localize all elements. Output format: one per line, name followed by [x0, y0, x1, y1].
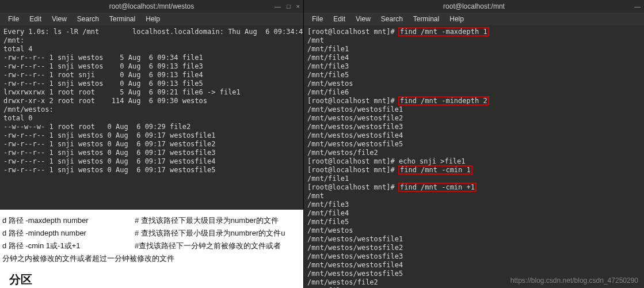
menu-view[interactable]: View: [351, 14, 375, 24]
shell-command: find /mnt -mindepth 2: [399, 97, 489, 105]
window-title: root@localhost:/mnt/westos: [109, 2, 195, 10]
note-row: d 路径 -maxdepth number# 查找该路径下最大级目录为numbe…: [2, 214, 301, 227]
terminal-line: total 0: [3, 114, 300, 123]
terminal-line: /mnt/file3: [307, 200, 641, 209]
menu-edit[interactable]: Edit: [329, 14, 350, 24]
terminal-line: -rw-r--r-- 1 root snji 0 Aug 6 09:13 fil…: [3, 71, 300, 79]
terminal-line: /mnt/file5: [307, 218, 641, 226]
section-heading: 分区: [9, 273, 301, 286]
menu-file[interactable]: File: [3, 14, 24, 24]
terminal-line: /mnt/westos/westosfile4: [307, 131, 641, 140]
terminal-line: /mnt/westos:: [3, 105, 300, 114]
terminal-line: -rw-r--r-- 1 snji westos 0 Aug 6 09:17 w…: [3, 157, 300, 166]
terminal-line: /mnt: [307, 36, 641, 45]
terminal-line: -rw-r--r-- 1 snji westos 0 Aug 6 09:13 f…: [3, 79, 300, 88]
shell-command: find /mnt -cmin 1: [399, 166, 472, 174]
note-syntax: d 路径 -mindepth number: [2, 227, 135, 240]
terminal-line: /mnt/westos/westosfile2: [307, 244, 641, 252]
menubar-left: FileEditViewSearchTerminalHelp: [0, 13, 303, 25]
terminal-line: /mnt/westos: [307, 79, 641, 88]
note-desc: # 查找该路径下最大级目录为number的文件: [135, 214, 279, 227]
terminal-line: /mnt/westos/westosfile1: [307, 235, 641, 244]
menu-help[interactable]: Help: [141, 14, 165, 24]
shell-command: find /mnt -cmin +1: [399, 183, 476, 191]
terminal-prompt-line: [root@localhost mnt]# find /mnt -mindept…: [307, 97, 641, 105]
note-row: d 路径 -cmin 1或-1或+1#查找该路径下一分钟之前被修改的文件或者: [2, 240, 301, 252]
terminal-line: -rw-r--r-- 1 snji westos 0 Aug 6 09:13 f…: [3, 62, 300, 71]
terminal-line: /mnt/file3: [307, 62, 641, 71]
terminal-output-left[interactable]: Every 1.0s: ls -lR /mnt localhost.locald…: [0, 25, 303, 210]
terminal-line: /mnt/westos: [307, 226, 641, 235]
menu-terminal[interactable]: Terminal: [105, 14, 140, 24]
minimize-icon[interactable]: —: [634, 3, 641, 10]
titlebar-left[interactable]: root@localhost:/mnt/westos —□×: [0, 0, 303, 13]
terminal-line: /mnt/file1: [307, 175, 641, 183]
menu-file[interactable]: File: [307, 14, 327, 24]
terminal-line: /mnt/westos/westosfile1: [307, 105, 641, 114]
menu-search[interactable]: Search: [376, 14, 407, 24]
window-title: root@localhost:/mnt: [443, 2, 505, 10]
shell-prompt: [root@localhost mnt]#: [307, 157, 399, 165]
terminal-line: /mnt/file6: [307, 88, 641, 97]
note-syntax: d 路径 -cmin 1或-1或+1: [2, 240, 135, 252]
menu-view[interactable]: View: [47, 14, 71, 24]
shell-prompt: [root@localhost mnt]#: [307, 28, 399, 36]
menu-help[interactable]: Help: [445, 14, 468, 24]
terminal-line: drwxr-xr-x 2 root root 114 Aug 6 09:30 w…: [3, 97, 300, 105]
terminal-output-right[interactable]: [root@localhost mnt]# find /mnt -maxdept…: [304, 25, 644, 288]
shell-prompt: [root@localhost mnt]#: [307, 183, 399, 191]
terminal-line: -rw-r--r-- 1 snji westos 0 Aug 6 09:17 w…: [3, 149, 300, 157]
minimize-icon[interactable]: —: [275, 3, 281, 10]
terminal-prompt-line: [root@localhost mnt]# find /mnt -maxdept…: [307, 28, 641, 36]
shell-command: find /mnt -maxdepth 1: [399, 28, 489, 36]
note-desc: # 查找该路径下最小级目录为numbrer的文件u: [135, 227, 285, 240]
terminal-line: /mnt/westos/file2: [307, 149, 641, 157]
menu-search[interactable]: Search: [73, 14, 104, 24]
terminal-line: /mnt/file1: [307, 45, 641, 54]
note-desc: #查找该路径下一分钟之前被修改的文件或者: [135, 240, 281, 252]
terminal-line: -rw-r--r-- 1 snji westos 0 Aug 6 09:17 w…: [3, 166, 300, 175]
terminal-line: /mnt/westos/westosfile3: [307, 123, 641, 131]
menubar-right: FileEditViewSearchTerminalHelp: [304, 13, 644, 25]
terminal-line: /mnt/westos/westosfile3: [307, 252, 641, 261]
menu-terminal[interactable]: Terminal: [409, 14, 444, 24]
watermark: https://blog.csdn.net/blog.csdn_47250290: [510, 276, 638, 285]
terminal-line: /mnt/file4: [307, 209, 641, 218]
note-syntax: d 路径 -maxdepth number: [2, 214, 135, 227]
terminal-line: /mnt: [307, 192, 641, 200]
terminal-line: /mnt/westos/westosfile5: [307, 140, 641, 149]
menu-edit[interactable]: Edit: [25, 14, 46, 24]
terminal-line: /mnt/file4: [307, 54, 641, 62]
terminal-line: lrwxrwxrwx 1 root root 5 Aug 6 09:21 fil…: [3, 88, 300, 97]
maximize-icon[interactable]: □: [287, 3, 291, 10]
terminal-prompt-line: [root@localhost mnt]# echo snji >file1: [307, 157, 641, 166]
notes-area: d 路径 -maxdepth number# 查找该路径下最大级目录为numbe…: [0, 210, 303, 288]
terminal-line: /mnt:: [3, 36, 300, 45]
shell-command: echo snji >file1: [399, 157, 466, 165]
terminal-prompt-line: [root@localhost mnt]# find /mnt -cmin +1: [307, 183, 641, 192]
terminal-line: -rw-r--r-- 1 snji westos 0 Aug 6 09:17 w…: [3, 140, 300, 149]
terminal-line: Every 1.0s: ls -lR /mnt localhost.locald…: [3, 28, 300, 36]
terminal-line: /mnt/westos/westosfile2: [307, 114, 641, 123]
terminal-line: /mnt/file5: [307, 71, 641, 79]
terminal-line: /mnt/westos/westosfile4: [307, 261, 641, 270]
shell-prompt: [root@localhost mnt]#: [307, 166, 399, 174]
left-terminal-window: root@localhost:/mnt/westos —□× FileEditV…: [0, 0, 304, 288]
note-tail: 分钟之内被修改的文件或者超过一分钟被修改的文件: [2, 252, 301, 265]
right-terminal-window: root@localhost:/mnt — FileEditViewSearch…: [304, 0, 644, 288]
terminal-prompt-line: [root@localhost mnt]# find /mnt -cmin 1: [307, 166, 641, 175]
terminal-line: -rw-r--r-- 1 snji westos 0 Aug 6 09:17 w…: [3, 131, 300, 140]
shell-prompt: [root@localhost mnt]#: [307, 97, 399, 105]
terminal-line: --w--w--w- 1 root root 0 Aug 6 09:29 fil…: [3, 123, 300, 131]
close-icon[interactable]: ×: [296, 3, 300, 10]
terminal-line: total 4: [3, 45, 300, 54]
titlebar-right[interactable]: root@localhost:/mnt —: [304, 0, 644, 13]
note-row: d 路径 -mindepth number# 查找该路径下最小级目录为numbr…: [2, 227, 301, 240]
terminal-line: -rw-r--r-- 1 snji westos 5 Aug 6 09:34 f…: [3, 54, 300, 62]
